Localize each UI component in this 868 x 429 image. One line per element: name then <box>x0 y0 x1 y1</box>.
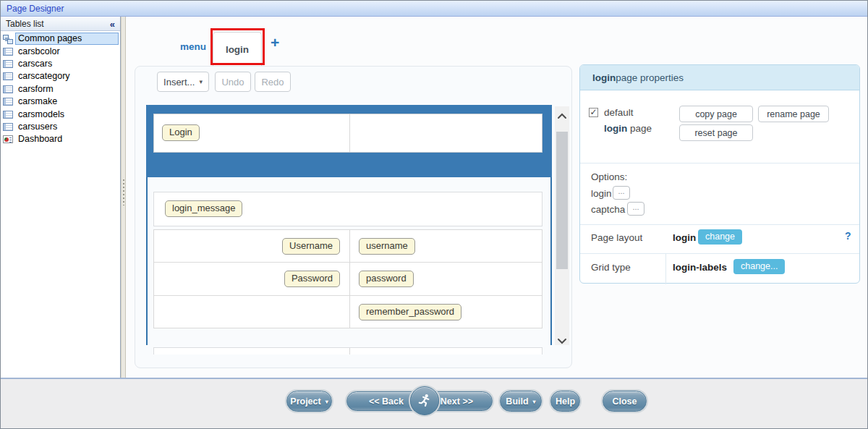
panel-splitter[interactable] <box>121 17 126 378</box>
tables-tree: Common pages carsbcolor carscars carscat… <box>2 33 119 146</box>
form-row-username: Username username <box>154 230 542 263</box>
add-page-icon[interactable]: + <box>271 35 279 50</box>
scroll-up-icon[interactable] <box>558 110 566 117</box>
cell-divider <box>349 114 350 152</box>
copy-page-button[interactable]: copy page <box>679 106 753 122</box>
table-icon <box>3 111 13 119</box>
splitter-grip-icon <box>123 179 124 205</box>
login-title-chip[interactable]: Login <box>162 124 200 141</box>
reset-page-button[interactable]: reset page <box>679 124 753 141</box>
pages-icon <box>3 35 13 43</box>
header-row: Login <box>153 114 542 153</box>
main-area: menu login + Insert... ▾ Undo Redo Login… <box>126 17 868 378</box>
message-row: login_message <box>153 192 542 226</box>
grid-type-value: login-labels <box>673 262 727 273</box>
form-row-remember: remember_password <box>154 296 542 328</box>
chevron-down-icon: ▾ <box>199 78 203 85</box>
form-row-password: Password password <box>154 263 542 295</box>
build-button[interactable]: Build ▾ <box>500 391 542 412</box>
tree-item-carscars[interactable]: carscars <box>2 58 119 70</box>
runner-icon <box>417 393 433 409</box>
insert-button[interactable]: Insert... ▾ <box>157 72 209 92</box>
default-checkbox[interactable]: ✓ <box>589 108 598 117</box>
username-label-chip[interactable]: Username <box>282 238 340 255</box>
page-designer-window: Page Designer Tables list « Common pages… <box>0 0 868 429</box>
tables-list-title: Tables list <box>6 19 110 29</box>
captcha-options-button[interactable]: ... <box>627 202 644 216</box>
cell-divider <box>349 348 350 354</box>
chevron-down-icon: ▾ <box>533 398 536 405</box>
rename-page-button[interactable]: rename page <box>758 106 829 122</box>
option-login-label: login <box>591 188 612 199</box>
tree-item-carsusers[interactable]: carsusers <box>2 121 119 133</box>
back-button[interactable]: << Back <box>369 396 404 407</box>
page-header-band: Login <box>146 105 552 177</box>
section-divider <box>580 253 859 254</box>
default-label: default <box>604 107 634 118</box>
remember-password-chip[interactable]: remember_password <box>359 304 461 320</box>
footer-toolbar: Project ▾ << Back Next >> Build ▾ H <box>1 378 867 429</box>
page-layout-label: Page layout <box>591 232 642 243</box>
options-heading: Options: <box>591 171 627 182</box>
tab-menu[interactable]: menu <box>171 41 215 52</box>
page-name-label: login page <box>604 123 652 134</box>
tables-list-panel: Tables list « Common pages carsbcolor ca… <box>1 17 121 378</box>
tree-item-carsbcolor[interactable]: carsbcolor <box>2 45 119 57</box>
next-button[interactable]: Next >> <box>441 396 473 407</box>
canvas-scrollbar[interactable] <box>555 106 569 345</box>
tables-list-header: Tables list « <box>1 17 120 31</box>
partial-row <box>153 347 542 354</box>
login-message-chip[interactable]: login_message <box>165 200 242 217</box>
table-icon <box>3 60 13 68</box>
table-icon <box>3 85 13 93</box>
run-button[interactable] <box>410 386 439 415</box>
help-icon[interactable]: ? <box>845 230 851 242</box>
change-grid-button[interactable]: change... <box>733 259 785 274</box>
grid-row-divider <box>665 253 666 284</box>
design-canvas: Insert... ▾ Undo Redo Login login_messag… <box>135 66 572 368</box>
tree-item-carsform[interactable]: carsform <box>2 83 119 95</box>
tree-item-dashboard[interactable]: Dashboard <box>2 133 119 145</box>
chevron-down-icon: ▾ <box>326 398 328 405</box>
page-layout-value: login <box>673 232 696 243</box>
username-field-chip[interactable]: username <box>359 238 415 255</box>
project-button[interactable]: Project ▾ <box>286 391 332 412</box>
tree-item-carscategory[interactable]: carscategory <box>2 70 119 82</box>
page-properties-panel: login page properties ✓ default login pa… <box>579 64 860 284</box>
option-captcha-label: captcha <box>591 204 625 215</box>
close-button[interactable]: Close <box>603 391 647 412</box>
redo-button[interactable]: Redo <box>255 72 291 92</box>
tree-item-common-pages[interactable]: Common pages <box>2 33 119 45</box>
password-label-chip[interactable]: Password <box>284 271 340 287</box>
properties-header: login page properties <box>580 65 859 90</box>
undo-button[interactable]: Undo <box>215 72 251 92</box>
help-button[interactable]: Help <box>550 391 580 412</box>
table-icon <box>3 98 13 106</box>
tab-login[interactable]: login <box>213 32 262 66</box>
scroll-down-icon[interactable] <box>558 334 566 341</box>
section-divider <box>580 163 859 163</box>
dashboard-icon <box>3 135 13 143</box>
table-icon <box>3 72 13 80</box>
table-icon <box>3 123 13 131</box>
tree-item-carsmodels[interactable]: carsmodels <box>2 108 119 120</box>
tree-item-carsmake[interactable]: carsmake <box>2 95 119 108</box>
collapse-panel-icon[interactable]: « <box>110 19 115 30</box>
section-divider <box>580 224 859 225</box>
window-title: Page Designer <box>7 4 64 14</box>
password-field-chip[interactable]: password <box>359 271 414 287</box>
cell-divider <box>349 230 350 328</box>
title-bar: Page Designer <box>1 1 867 17</box>
grid-type-label: Grid type <box>591 262 631 273</box>
table-icon <box>3 48 13 56</box>
login-options-button[interactable]: ... <box>613 186 630 200</box>
change-layout-button[interactable]: change <box>698 229 742 245</box>
scrollbar-thumb[interactable] <box>556 132 568 269</box>
login-form-grid: Username username Password password reme… <box>153 229 542 328</box>
